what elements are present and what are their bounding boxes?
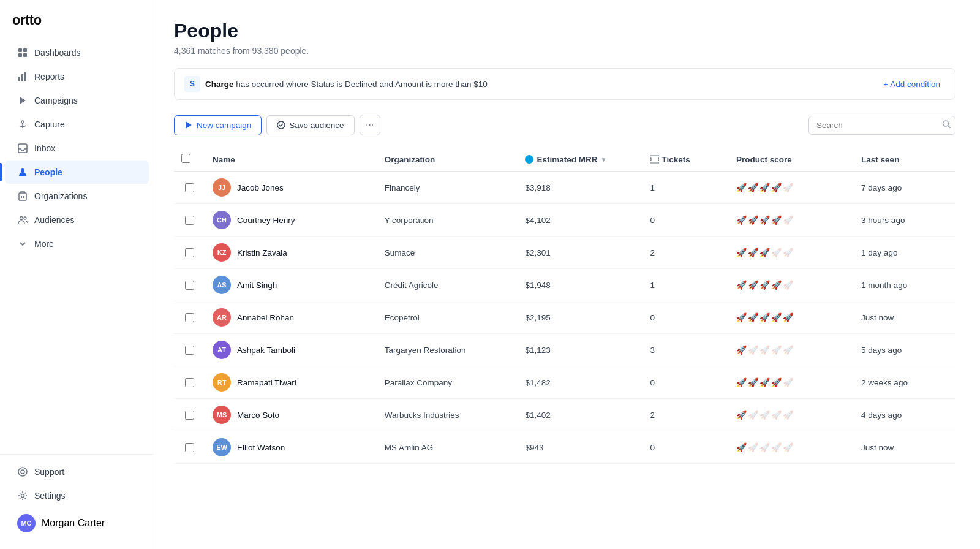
col-header-org: Organization bbox=[377, 148, 518, 172]
col-header-check bbox=[174, 148, 205, 172]
person-avatar: AT bbox=[213, 341, 231, 359]
row-checkbox[interactable] bbox=[185, 411, 194, 420]
sidebar-item-inbox[interactable]: Inbox bbox=[5, 137, 149, 160]
select-all-checkbox[interactable] bbox=[181, 154, 190, 163]
sidebar-item-organizations[interactable]: Organizations bbox=[5, 184, 149, 208]
row-checkbox-cell bbox=[174, 334, 205, 366]
users-icon bbox=[17, 214, 28, 225]
table-row: AT Ashpak Tamboli Targaryen Restoration … bbox=[174, 334, 956, 366]
row-checkbox[interactable] bbox=[185, 346, 194, 355]
person-name-cell: AS Amit Singh bbox=[205, 269, 377, 301]
svg-rect-2 bbox=[18, 53, 22, 57]
table-row: RT Ramapati Tiwari Parallax Company $1,4… bbox=[174, 366, 956, 399]
person-name[interactable]: Ramapati Tiwari bbox=[237, 378, 296, 387]
person-name[interactable]: Kristin Zavala bbox=[237, 248, 287, 257]
col-header-mrr[interactable]: Estimated MRR ▼ bbox=[518, 148, 643, 172]
row-checkbox-cell bbox=[174, 237, 205, 269]
person-org-cell: MS Amlin AG bbox=[377, 431, 518, 464]
svg-point-8 bbox=[21, 121, 24, 123]
sidebar-nav: Dashboards Reports Campaigns Capture bbox=[0, 38, 154, 454]
filter-bar: S Charge has occurred where Status is De… bbox=[174, 68, 956, 100]
building-icon bbox=[17, 191, 28, 202]
sidebar-item-label: People bbox=[34, 167, 62, 177]
row-checkbox-cell bbox=[174, 399, 205, 431]
row-checkbox[interactable] bbox=[185, 248, 194, 257]
svg-rect-4 bbox=[18, 77, 20, 81]
svg-rect-3 bbox=[23, 53, 27, 57]
chevron-down-icon bbox=[17, 238, 28, 249]
sidebar-item-label: Support bbox=[34, 467, 64, 477]
person-tickets-cell: 0 bbox=[643, 301, 729, 334]
person-org-cell: Parallax Company bbox=[377, 366, 518, 399]
person-name[interactable]: Jacob Jones bbox=[237, 183, 284, 192]
table-row: KZ Kristin Zavala Sumace $2,301 2 🚀🚀🚀🚀🚀 … bbox=[174, 237, 956, 269]
logo: ortto bbox=[0, 0, 154, 38]
person-mrr-cell: $1,948 bbox=[518, 269, 643, 301]
person-name[interactable]: Marco Soto bbox=[237, 411, 279, 420]
sidebar-item-settings[interactable]: Settings bbox=[5, 484, 149, 507]
col-header-tickets: Tickets bbox=[643, 148, 729, 172]
row-checkbox[interactable] bbox=[185, 443, 194, 452]
more-options-button[interactable]: ··· bbox=[360, 115, 380, 135]
person-name-cell: CH Courtney Henry bbox=[205, 204, 377, 237]
row-checkbox[interactable] bbox=[185, 183, 194, 192]
person-mrr-cell: $2,301 bbox=[518, 237, 643, 269]
svg-rect-13 bbox=[21, 196, 22, 198]
sidebar-item-label: Campaigns bbox=[34, 96, 78, 105]
support-icon bbox=[17, 466, 28, 477]
people-table: Name Organization Estimated MRR ▼ bbox=[174, 148, 956, 464]
filter-salesforce-icon: S bbox=[184, 76, 200, 92]
row-checkbox[interactable] bbox=[185, 281, 194, 290]
table-row: JJ Jacob Jones Financely $3,918 1 🚀🚀🚀🚀🚀 … bbox=[174, 172, 956, 204]
add-condition-button[interactable]: + Add condition bbox=[878, 77, 945, 91]
person-mrr-cell: $3,918 bbox=[518, 172, 643, 204]
svg-rect-0 bbox=[18, 48, 22, 52]
toolbar: New campaign Save audience ··· bbox=[174, 115, 956, 135]
svg-rect-12 bbox=[19, 193, 26, 200]
new-campaign-button[interactable]: New campaign bbox=[174, 115, 262, 135]
person-mrr-cell: $1,123 bbox=[518, 334, 643, 366]
person-name[interactable]: Amit Singh bbox=[237, 281, 277, 290]
search-icon[interactable] bbox=[942, 120, 951, 131]
sort-icon: ▼ bbox=[600, 156, 606, 163]
row-checkbox[interactable] bbox=[185, 378, 194, 387]
person-tickets-cell: 0 bbox=[643, 204, 729, 237]
person-tickets-cell: 3 bbox=[643, 334, 729, 366]
sidebar: ortto Dashboards Reports Campaigns bbox=[0, 0, 154, 549]
person-score-cell: 🚀🚀🚀🚀🚀 bbox=[729, 366, 854, 399]
sidebar-item-label: Dashboards bbox=[34, 48, 81, 58]
sidebar-item-dashboards[interactable]: Dashboards bbox=[5, 41, 149, 64]
svg-point-19 bbox=[21, 494, 24, 498]
person-score-cell: 🚀🚀🚀🚀🚀 bbox=[729, 204, 854, 237]
person-last-seen-cell: Just now bbox=[854, 301, 956, 334]
sidebar-item-audiences[interactable]: Audiences bbox=[5, 208, 149, 232]
person-name[interactable]: Ashpak Tamboli bbox=[237, 346, 295, 355]
row-checkbox[interactable] bbox=[185, 216, 194, 225]
search-box bbox=[809, 116, 956, 135]
row-checkbox[interactable] bbox=[185, 313, 194, 322]
person-name[interactable]: Annabel Rohan bbox=[237, 313, 294, 322]
sidebar-item-people[interactable]: People bbox=[5, 161, 149, 184]
svg-line-23 bbox=[948, 126, 951, 128]
col-header-name: Name bbox=[205, 148, 377, 172]
salesforce-icon bbox=[525, 155, 533, 164]
person-avatar: EW bbox=[213, 438, 231, 456]
sidebar-bottom: Support Settings MC Morgan Carter bbox=[0, 454, 154, 549]
table-row: AS Amit Singh Crédit Agricole $1,948 1 🚀… bbox=[174, 269, 956, 301]
sidebar-user[interactable]: MC Morgan Carter bbox=[5, 508, 149, 539]
sidebar-item-more[interactable]: More bbox=[5, 232, 149, 256]
sidebar-item-capture[interactable]: Capture bbox=[5, 113, 149, 136]
person-name[interactable]: Courtney Henry bbox=[237, 216, 295, 225]
person-org-cell: Financely bbox=[377, 172, 518, 204]
sidebar-item-campaigns[interactable]: Campaigns bbox=[5, 89, 149, 112]
svg-point-21 bbox=[277, 121, 285, 129]
person-name[interactable]: Elliot Watson bbox=[237, 443, 285, 452]
person-last-seen-cell: 1 month ago bbox=[854, 269, 956, 301]
person-last-seen-cell: 5 days ago bbox=[854, 334, 956, 366]
sidebar-item-reports[interactable]: Reports bbox=[5, 65, 149, 88]
bar-chart-icon bbox=[17, 71, 28, 82]
save-audience-button[interactable]: Save audience bbox=[266, 115, 354, 135]
search-input[interactable] bbox=[809, 116, 956, 135]
sidebar-item-support[interactable]: Support bbox=[5, 460, 149, 483]
person-score-cell: 🚀🚀🚀🚀🚀 bbox=[729, 269, 854, 301]
